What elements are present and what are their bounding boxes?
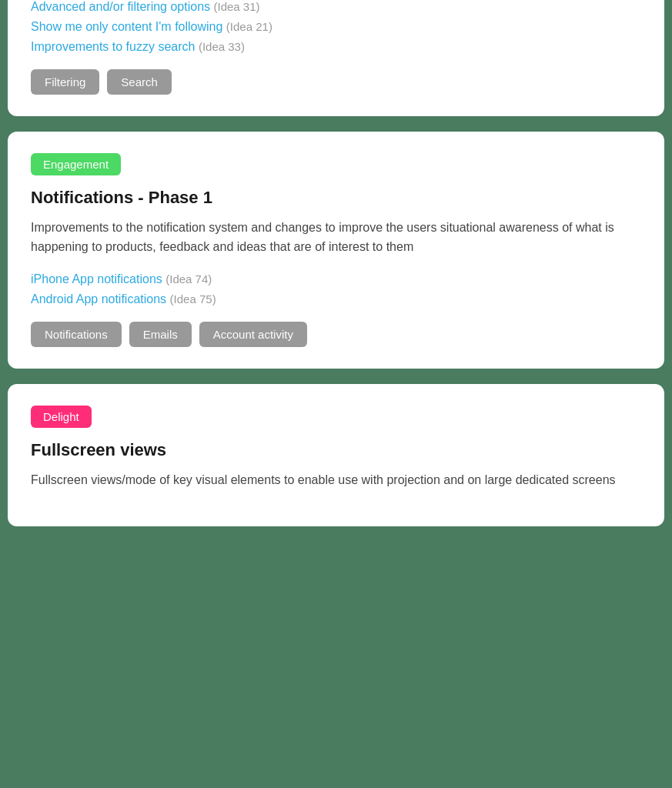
engagement-card: Engagement Notifications - Phase 1 Impro… (8, 132, 664, 369)
link-iphone-notifications[interactable]: iPhone App notifications (Idea 74) (31, 272, 641, 286)
pill-notifications[interactable]: Notifications (31, 322, 122, 347)
delight-card-description: Fullscreen views/mode of key visual elem… (31, 471, 641, 490)
pill-emails[interactable]: Emails (129, 322, 192, 347)
link-advanced-filtering[interactable]: Advanced and/or filtering options (Idea … (31, 0, 641, 14)
link-content-following[interactable]: Show me only content I'm following (Idea… (31, 20, 641, 34)
delight-card: Delight Fullscreen views Fullscreen view… (8, 384, 664, 527)
pill-account-activity[interactable]: Account activity (199, 322, 307, 347)
engagement-card-description: Improvements to the notification system … (31, 219, 641, 257)
engagement-pills: Notifications Emails Account activity (31, 322, 641, 347)
pill-filtering[interactable]: Filtering (31, 69, 99, 95)
engagement-card-title: Notifications - Phase 1 (31, 188, 641, 208)
top-card: Advanced and/or filtering options (Idea … (8, 0, 664, 116)
pill-search[interactable]: Search (107, 69, 172, 95)
delight-tag: Delight (31, 406, 92, 428)
delight-card-title: Fullscreen views (31, 440, 641, 460)
link-android-notifications[interactable]: Android App notifications (Idea 75) (31, 292, 641, 306)
top-card-pills: Filtering Search (31, 69, 641, 95)
engagement-tag: Engagement (31, 153, 121, 175)
link-fuzzy-search[interactable]: Improvements to fuzzy search (Idea 33) (31, 40, 641, 54)
